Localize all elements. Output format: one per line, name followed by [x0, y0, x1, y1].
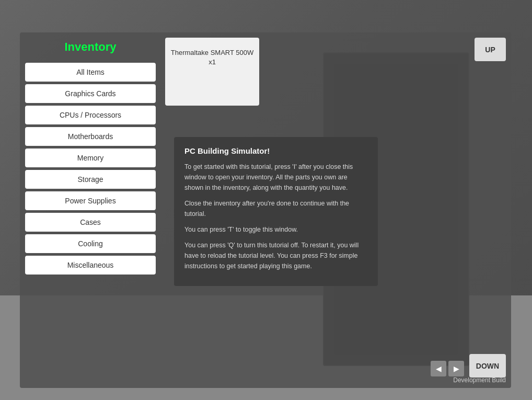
up-button[interactable]: UP	[475, 38, 506, 61]
category-graphics-cards[interactable]: Graphics Cards	[25, 84, 156, 103]
tutorial-paragraph-4: You can press 'Q' to turn this tutorial …	[184, 240, 367, 271]
tutorial-popup: PC Building Simulator! To get started wi…	[174, 137, 378, 286]
tutorial-paragraph-1: To get started with this tutorial, press…	[184, 162, 367, 193]
arrow-right-button[interactable]: ▶	[448, 361, 464, 376]
dev-build-label: Development Build	[453, 376, 506, 384]
category-power-supplies[interactable]: Power Supplies	[25, 191, 156, 210]
category-all-items[interactable]: All Items	[25, 63, 156, 82]
category-miscellaneous[interactable]: Miscellaneous	[25, 256, 156, 275]
tutorial-paragraph-3: You can press 'T' to toggle this window.	[184, 224, 367, 235]
arrow-left-button[interactable]: ◀	[431, 361, 446, 376]
inventory-title: Inventory	[25, 38, 156, 56]
item-card: Thermaltake SMART 500W x1	[165, 38, 259, 106]
category-cpus[interactable]: CPUs / Processors	[25, 106, 156, 124]
inventory-sidebar: Inventory All Items Graphics Cards CPUs …	[20, 32, 161, 388]
main-panel: Inventory All Items Graphics Cards CPUs …	[20, 32, 511, 388]
category-memory[interactable]: Memory	[25, 148, 156, 167]
tutorial-paragraph-2: Close the inventory after you're done to…	[184, 198, 367, 219]
down-button[interactable]: DOWN	[469, 354, 506, 378]
tutorial-title: PC Building Simulator!	[184, 146, 367, 155]
item-card-name: Thermaltake SMART 500W x1	[170, 48, 254, 67]
category-motherboards[interactable]: Motherboards	[25, 127, 156, 146]
category-cases[interactable]: Cases	[25, 213, 156, 232]
category-storage[interactable]: Storage	[25, 170, 156, 189]
category-cooling[interactable]: Cooling	[25, 234, 156, 253]
nav-arrows: ◀ ▶	[431, 361, 464, 376]
